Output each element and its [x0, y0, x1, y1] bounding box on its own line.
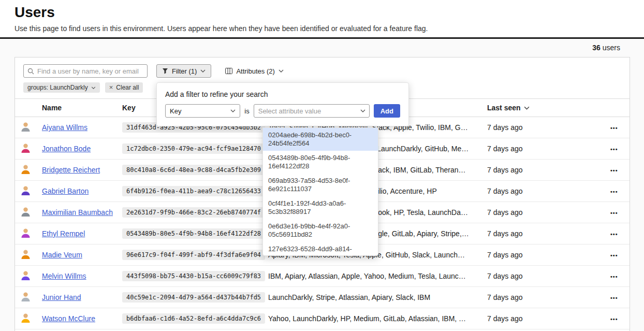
user-count: 36 users [592, 44, 620, 52]
attribute-option[interactable]: 0cf4f1e1-192f-4dd3-a0a6-5c3b32f88917 [263, 196, 378, 219]
clear-all-label: Clear all [116, 84, 139, 91]
user-count-label: users [603, 44, 620, 52]
search-input[interactable] [23, 64, 148, 78]
avatar [20, 313, 42, 324]
row-menu-button[interactable]: ••• [610, 210, 618, 216]
user-name-link[interactable]: Junior Hand [42, 293, 81, 301]
user-avatar-icon [21, 165, 30, 174]
clear-all-button[interactable]: × Clear all [105, 82, 143, 93]
user-key-chip: 443f5098-bb75-4430-b15a-cc6009c79f83 [122, 271, 265, 281]
last-seen-value: 7 days ago [487, 187, 591, 195]
page-header: Users Use this page to find users in thi… [0, 0, 644, 39]
user-avatar-icon [21, 250, 30, 259]
table-row: Watson McClure b6dbfaa6-c1d6-4a52-8efd-a… [15, 308, 630, 329]
attribute-option[interactable]: 0204aede-698b-4b2d-bec0-24b54fe2f564 [263, 128, 378, 151]
user-key-chip: b6dbfaa6-c1d6-4a52-8efd-a6c4dda7c9c6 [122, 313, 265, 324]
avatar [20, 250, 42, 261]
avatar [20, 186, 42, 197]
user-name-link[interactable]: Aiyana Willms [42, 123, 87, 132]
row-menu-button[interactable]: ••• [610, 189, 618, 195]
row-menu-button[interactable]: ••• [610, 231, 618, 237]
user-attributes: Yahoo, LaunchDarkly, HP, Medium, GitLab,… [268, 314, 487, 323]
close-icon: × [109, 85, 113, 90]
attributes-button-label: Attributes (2) [236, 67, 274, 75]
last-seen-value: 7 days ago [487, 123, 591, 132]
last-seen-value: 7 days ago [487, 166, 591, 174]
avatar [20, 292, 42, 303]
filter-key-select-value: Key [170, 107, 181, 115]
chevron-down-icon [91, 87, 96, 89]
chevron-down-icon [200, 69, 206, 73]
page-title: Users [14, 4, 630, 21]
filter-popover: Add a filter to refine your search Key i… [156, 82, 409, 126]
attributes-button[interactable]: Attributes (2) [220, 64, 288, 78]
row-menu-button[interactable]: ••• [610, 295, 618, 301]
name-column-header: Name [42, 104, 122, 112]
table-row: Melvin Willms 443f5098-bb75-4430-b15a-cc… [15, 266, 630, 287]
user-key-chip: 6f4b9126-f0ea-411b-aea9-c78c12656433 [122, 186, 265, 196]
sort-chevron-down-icon [524, 106, 530, 110]
user-avatar-icon [21, 313, 30, 323]
filter-value-wrap [254, 104, 370, 118]
table-row: Junior Hand 40c59e1c-2094-4d79-a564-d437… [15, 287, 630, 308]
user-attributes: IBM, Apiary, Atlassian, Apple, Yahoo, Me… [268, 272, 487, 280]
user-name-link[interactable]: Gabriel Barton [42, 187, 89, 195]
avatar [20, 271, 42, 282]
filter-button[interactable]: Filter (1) [156, 64, 211, 78]
user-name-link[interactable]: Watson McClure [42, 314, 95, 323]
user-name-link[interactable]: Jonathon Bode [42, 145, 91, 153]
last-seen-column-header[interactable]: Last seen [487, 104, 530, 112]
add-filter-button[interactable]: Add [374, 104, 400, 118]
row-menu-button[interactable]: ••• [610, 274, 618, 280]
row-menu-button[interactable]: ••• [610, 125, 618, 131]
avatar [20, 143, 42, 154]
last-seen-value: 7 days ago [487, 272, 591, 280]
user-name-link[interactable]: Melvin Willms [42, 272, 86, 280]
user-name-link[interactable]: Bridgette Reichert [42, 166, 100, 174]
filter-button-label: Filter (1) [172, 67, 197, 75]
row-menu-button[interactable]: ••• [610, 316, 618, 322]
user-name-link[interactable]: Maximilian Baumbach [42, 208, 113, 217]
user-avatar-icon [21, 143, 30, 153]
user-attributes: LaunchDarkly, Stripe, Atlassian, Apiary,… [268, 293, 487, 301]
attribute-option[interactable]: 0e6d3e16-b9bb-4e4f-92a0-05c56911bd82 [263, 219, 378, 242]
attribute-value-combobox[interactable] [254, 104, 370, 118]
attribute-option[interactable]: 069ab933-7a58-4d53-8e0f-6e921c111037 [263, 174, 378, 196]
avatar [20, 122, 42, 133]
chevron-down-icon [360, 109, 365, 112]
user-avatar-icon [21, 228, 30, 238]
avatar [20, 228, 42, 239]
filter-popover-controls: Key is Add [165, 104, 400, 118]
chevron-down-icon [230, 109, 236, 112]
last-seen-header-label: Last seen [487, 104, 521, 112]
user-key-chip: 40c59e1c-2094-4d79-a564-d437b44b7fd5 [122, 292, 265, 303]
user-key-chip: 80c410a8-6c6d-48ea-9c88-d4ca5fb2e309 [122, 165, 265, 175]
user-key-chip: 2e2631d7-9f9b-466e-83c2-26eb8740774f [122, 207, 265, 218]
last-seen-value: 7 days ago [487, 208, 591, 217]
last-seen-value: 7 days ago [487, 251, 591, 259]
attribute-option[interactable]: 127e6323-6528-4dd9-a814- [263, 242, 378, 256]
attribute-option[interactable]: 0543489b-80e5-4f9b-94b8-16ef4122df28 [263, 151, 378, 174]
user-name-link[interactable]: Madie Veum [42, 251, 82, 259]
row-menu-button[interactable]: ••• [610, 167, 618, 174]
row-menu-button[interactable]: ••• [610, 146, 618, 152]
toolbar: Filter (1) Attributes (2) [15, 57, 630, 78]
row-menu-button[interactable]: ••• [610, 252, 618, 258]
group-filter-chip[interactable]: groups: LaunchDarkly [23, 82, 100, 93]
user-name-link[interactable]: Ethyl Rempel [42, 229, 85, 238]
user-key-chip: 0543489b-80e5-4f9b-94b8-16ef4122df28 [122, 228, 265, 239]
last-seen-value: 7 days ago [487, 145, 591, 153]
user-avatar-icon [21, 186, 30, 195]
user-avatar-icon [21, 292, 30, 301]
columns-icon [225, 68, 232, 74]
user-key-chip: 1c72dbc0-2350-479e-ac94-fcf9ae128470 [122, 143, 265, 154]
user-avatar-icon [21, 207, 30, 217]
filter-key-select[interactable]: Key [165, 104, 240, 118]
search-icon [27, 68, 34, 75]
filter-popover-title: Add a filter to refine your search [165, 90, 400, 98]
avatar [20, 207, 42, 218]
filter-funnel-icon [162, 68, 168, 74]
last-seen-value: 7 days ago [487, 293, 591, 301]
search-wrap [23, 64, 148, 78]
filter-is-label: is [244, 107, 249, 115]
